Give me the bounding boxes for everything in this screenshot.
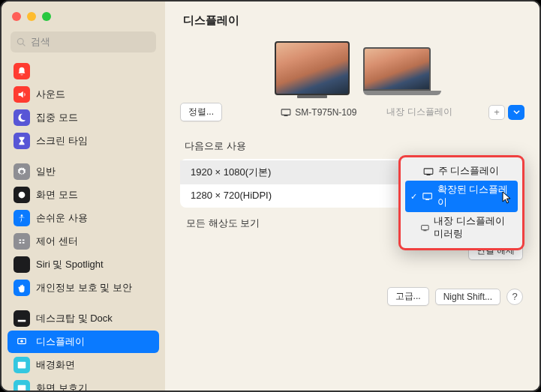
display-previews bbox=[165, 35, 539, 100]
popup-option-label: 주 디스플레이 bbox=[438, 165, 499, 178]
sidebar-item-label: 제어 센터 bbox=[36, 235, 78, 248]
sidebar-item[interactable] bbox=[8, 60, 159, 82]
popup-option[interactable]: ✓확장된 디스플레이 bbox=[405, 181, 518, 212]
sidebar-item-label: 배경화면 bbox=[36, 358, 75, 372]
advanced-button[interactable]: 고급... bbox=[387, 287, 429, 306]
arrange-row: 정렬... SM-T975N-109 내장 디스플레이 + bbox=[165, 103, 539, 121]
display-label-external: SM-T975N-109 bbox=[281, 107, 356, 118]
sidebar-item-label: 일반 bbox=[36, 165, 56, 178]
sidebar-item-label: 화면 모드 bbox=[36, 188, 78, 202]
svg-rect-4 bbox=[18, 320, 26, 322]
sidebar: 검색 사운드집중 모드스크린 타임일반화면 모드손쉬운 사용제어 센터Siri … bbox=[2, 1, 165, 391]
sidebar-item[interactable]: 디스플레이 bbox=[8, 331, 159, 353]
settings-window: 검색 사운드집중 모드스크린 타임일반화면 모드손쉬운 사용제어 센터Siri … bbox=[0, 0, 541, 392]
check-icon: ✓ bbox=[410, 192, 418, 202]
sidebar-item[interactable]: 화면 모드 bbox=[8, 184, 159, 206]
hourglass-icon bbox=[14, 133, 30, 149]
use-as-label: 다음으로 사용 bbox=[165, 121, 539, 159]
display-options-dropdown[interactable] bbox=[508, 105, 524, 120]
display-label-internal: 내장 디스플레이 bbox=[386, 106, 452, 118]
display-icon bbox=[281, 109, 291, 116]
sidebar-item-label: 스크린 타임 bbox=[36, 134, 88, 148]
moon-icon bbox=[14, 109, 30, 126]
display-icon bbox=[423, 168, 434, 175]
svg-rect-16 bbox=[423, 193, 432, 199]
popup-option[interactable]: 내장 디스플레이 미러링 bbox=[405, 212, 518, 244]
sidebar-item[interactable]: 손쉬운 사용 bbox=[8, 207, 159, 229]
sidebar-item-label: 손쉬운 사용 bbox=[36, 211, 88, 225]
help-button[interactable]: ? bbox=[506, 289, 523, 305]
sidebar-item[interactable]: 화면 보호기 bbox=[8, 377, 159, 391]
sidebar-item[interactable]: 일반 bbox=[8, 160, 159, 183]
accessibility-icon bbox=[14, 210, 30, 226]
sidebar-item[interactable]: 스크린 타임 bbox=[8, 130, 159, 152]
search-placeholder: 검색 bbox=[31, 35, 50, 49]
siri-icon bbox=[14, 256, 30, 273]
use-as-popup: 주 디스플레이✓확장된 디스플레이내장 디스플레이 미러링 bbox=[398, 155, 524, 250]
arrange-button[interactable]: 정렬... bbox=[180, 103, 222, 121]
sidebar-item-label: 화면 보호기 bbox=[36, 382, 88, 391]
maximize-window-button[interactable] bbox=[42, 12, 51, 21]
control-icon bbox=[14, 233, 30, 250]
svg-point-1 bbox=[21, 214, 23, 217]
svg-rect-18 bbox=[422, 226, 428, 230]
window-controls bbox=[2, 9, 165, 28]
close-window-button[interactable] bbox=[12, 12, 21, 21]
hand-icon bbox=[14, 280, 30, 296]
display-icon bbox=[422, 193, 432, 200]
laptop-icon bbox=[363, 47, 431, 95]
sidebar-item-label: Siri 및 Spotlight bbox=[36, 258, 104, 271]
sidebar-item[interactable]: 배경화면 bbox=[8, 354, 159, 376]
svg-point-6 bbox=[20, 340, 23, 343]
main-content: 디스플레이 정렬... SM-T975N-109 내장 디스플레이 bbox=[165, 1, 539, 391]
svg-point-2 bbox=[19, 262, 26, 268]
chevron-down-icon bbox=[513, 109, 520, 115]
svg-point-0 bbox=[19, 192, 26, 199]
sidebar-item-label: 집중 모드 bbox=[36, 111, 78, 124]
sidebar-item-label: 개인정보 보호 및 보안 bbox=[36, 281, 132, 295]
night-shift-button[interactable]: Night Shift... bbox=[435, 289, 500, 305]
svg-rect-8 bbox=[18, 385, 26, 391]
sidebar-item[interactable]: 제어 센터 bbox=[8, 230, 159, 253]
sidebar-item[interactable]: 사운드 bbox=[8, 83, 159, 106]
display-icon bbox=[421, 224, 429, 232]
sidebar-item-label: 데스크탑 및 Dock bbox=[36, 312, 113, 325]
show-all-label: 모든 해상도 보기 bbox=[186, 217, 260, 230]
wallpaper-icon bbox=[14, 357, 30, 373]
display-icon bbox=[14, 334, 30, 350]
search-icon bbox=[17, 37, 26, 47]
monitor-icon bbox=[275, 41, 350, 95]
svg-rect-7 bbox=[18, 362, 26, 369]
bell-icon bbox=[14, 63, 30, 79]
sidebar-item[interactable]: Siri 및 Spotlight bbox=[8, 253, 159, 276]
minimize-window-button[interactable] bbox=[27, 12, 36, 21]
screensaver-icon bbox=[14, 380, 30, 391]
sound-icon bbox=[14, 86, 30, 103]
footer-buttons: 고급... Night Shift... ? bbox=[165, 260, 539, 306]
sidebar-item-label: 사운드 bbox=[36, 88, 65, 101]
popup-option[interactable]: 주 디스플레이 bbox=[405, 162, 518, 181]
sidebar-item[interactable]: 개인정보 보호 및 보안 bbox=[8, 277, 159, 299]
sidebar-item[interactable]: 데스크탑 및 Dock bbox=[8, 307, 159, 330]
sidebar-item[interactable]: 집중 모드 bbox=[8, 106, 159, 129]
svg-rect-14 bbox=[424, 168, 433, 174]
svg-rect-12 bbox=[281, 109, 290, 115]
add-display-button[interactable]: + bbox=[488, 105, 505, 120]
dock-icon bbox=[14, 310, 30, 327]
display-internal[interactable] bbox=[363, 47, 431, 95]
gear-icon bbox=[14, 163, 30, 180]
appearance-icon bbox=[14, 187, 30, 203]
add-display-group: + bbox=[488, 105, 524, 120]
display-external[interactable] bbox=[275, 41, 350, 95]
sidebar-item-label: 디스플레이 bbox=[36, 335, 85, 349]
popup-option-label: 확장된 디스플레이 bbox=[437, 184, 513, 209]
page-title: 디스플레이 bbox=[165, 1, 539, 35]
sidebar-nav: 사운드집중 모드스크린 타임일반화면 모드손쉬운 사용제어 센터Siri 및 S… bbox=[2, 60, 165, 391]
search-field[interactable]: 검색 bbox=[11, 31, 156, 52]
popup-option-label: 내장 디스플레이 미러링 bbox=[434, 215, 513, 241]
